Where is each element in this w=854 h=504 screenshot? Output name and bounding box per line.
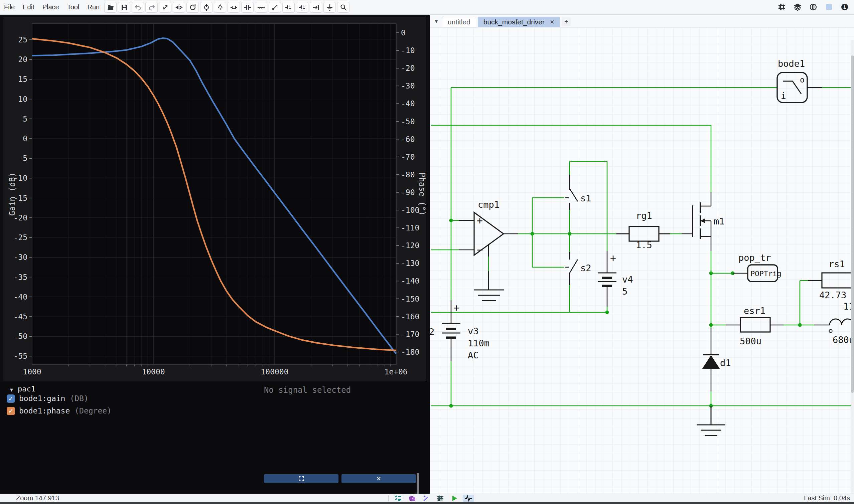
capacitor-icon[interactable]	[241, 2, 254, 13]
label-pop-tr-text[interactable]: POPTrig	[750, 270, 782, 278]
label-bode1-ref[interactable]: bode1	[778, 58, 805, 69]
signal-label: bode1:gain (DB)	[19, 394, 89, 403]
probe-icon[interactable]	[337, 2, 350, 13]
inductor-l1[interactable]	[814, 319, 854, 332]
label-cmp1-ref[interactable]: cmp1	[478, 199, 499, 210]
settings-sliders-icon[interactable]	[435, 494, 446, 502]
nmos-m1[interactable]	[681, 192, 711, 251]
waveform-icon[interactable]	[463, 494, 474, 502]
menu-file[interactable]: File	[0, 0, 19, 14]
label-rs1-ref[interactable]: rs1	[829, 259, 845, 269]
label-cmp1-minus[interactable]: −	[477, 244, 483, 255]
tab-untitled[interactable]: untitled	[442, 17, 476, 27]
undo-icon[interactable]	[132, 2, 144, 13]
label-v3-value[interactable]: 110m	[468, 338, 490, 348]
chip-icon[interactable]	[776, 2, 788, 12]
label-s2-ref[interactable]: s2	[580, 263, 591, 273]
open-folder-icon[interactable]	[104, 2, 117, 13]
component-box-icon[interactable]	[228, 2, 240, 13]
label-v4-plus[interactable]: +	[610, 252, 616, 264]
menu-place[interactable]: Place	[38, 0, 63, 14]
label-esr1-value[interactable]: 500u	[740, 336, 762, 346]
signal-row-phase[interactable]: ✓ bode1:phase (Degree)	[7, 407, 112, 415]
label-rs1-value[interactable]: 42.73	[819, 290, 846, 300]
label-d1-ref[interactable]: d1	[720, 358, 731, 368]
tab-buck-mosfet-driver[interactable]: buck_mosfet_driver ×	[478, 17, 560, 27]
fullscreen-icon	[298, 475, 305, 482]
resistor-esr1[interactable]	[726, 318, 783, 332]
inductor-icon[interactable]	[255, 2, 267, 13]
svg-text:15: 15	[18, 75, 28, 84]
save-icon[interactable]	[118, 2, 130, 13]
label-s1-ref[interactable]: s1	[580, 193, 591, 203]
ground-main[interactable]	[697, 406, 725, 435]
menu-edit[interactable]: Edit	[19, 0, 38, 14]
svg-text:1000: 1000	[23, 367, 41, 376]
plot-area	[32, 24, 396, 364]
label-esr1-ref[interactable]: esr1	[744, 306, 765, 316]
diode-d1[interactable]	[703, 328, 719, 392]
schematic-scrollbar-thumb[interactable]	[851, 55, 854, 393]
schematic-scrollbar-track[interactable]	[851, 40, 854, 504]
svg-text:0: 0	[23, 134, 28, 143]
collapse-arrow-icon[interactable]: ▼	[10, 387, 13, 393]
magic-wand-icon[interactable]	[421, 494, 432, 502]
label-bode1-o[interactable]: o	[800, 75, 804, 84]
web-icon[interactable]	[807, 2, 819, 12]
label-m1-ref[interactable]: m1	[714, 216, 725, 227]
menu-tool[interactable]: Tool	[63, 0, 84, 14]
run-play-icon[interactable]	[449, 494, 460, 502]
checklist-icon[interactable]	[393, 494, 404, 502]
svg-text:-170: -170	[401, 330, 419, 339]
label-rg1-ref[interactable]: rg1	[636, 211, 652, 221]
gain-checkbox[interactable]: ✓	[7, 394, 15, 403]
svg-text:25: 25	[18, 35, 28, 44]
label-v4-ref[interactable]: v4	[622, 274, 633, 285]
svg-text:100000: 100000	[261, 367, 288, 376]
label-v3-net[interactable]: 2	[430, 327, 434, 337]
label-rg1-value[interactable]: 1.5	[636, 240, 652, 250]
layers-icon[interactable]	[791, 2, 803, 12]
close-plot-button[interactable]: ×	[341, 474, 416, 483]
svg-text:-160: -160	[401, 312, 419, 321]
info-icon[interactable]: i	[838, 2, 851, 12]
current-probe-icon[interactable]	[310, 2, 322, 13]
fit-view-icon[interactable]	[159, 2, 172, 13]
signal-label: bode1:phase (Degree)	[19, 407, 112, 415]
label-pop-tr-ref[interactable]: pop_tr	[739, 252, 771, 263]
fullscreen-button[interactable]	[264, 474, 338, 483]
phase-checkbox[interactable]: ✓	[7, 407, 15, 415]
resistor-rs1[interactable]	[808, 273, 854, 288]
pmos-icon[interactable]	[296, 2, 308, 13]
net-port-icon[interactable]	[214, 2, 226, 13]
new-tab-button[interactable]: +	[562, 17, 571, 26]
nmos-icon[interactable]	[282, 2, 295, 13]
comparator-cmp1[interactable]	[459, 212, 518, 290]
label-v4-value[interactable]: 5	[622, 286, 627, 296]
schematic-canvas[interactable]: cmp1+−s1s2rg11.5v45+2v3110mAC+m1pop_trPO…	[430, 28, 854, 494]
ground-icon[interactable]	[323, 2, 336, 13]
menu-run[interactable]: Run	[83, 0, 104, 14]
label-cmp1-plus[interactable]: +	[477, 215, 483, 227]
label-v3-ac[interactable]: AC	[468, 350, 479, 360]
label-v3-plus[interactable]: +	[453, 302, 459, 313]
ground-cmp1[interactable]	[474, 290, 504, 301]
random-dice-icon[interactable]	[407, 494, 418, 502]
label-bode1-i[interactable]: i	[781, 91, 786, 101]
mirror-icon[interactable]	[173, 2, 185, 13]
theme-swatch-icon[interactable]	[823, 2, 835, 12]
label-v3-ref[interactable]: v3	[468, 326, 479, 336]
tab-list-dropdown[interactable]: ▼	[431, 16, 441, 26]
voltage-source-icon[interactable]	[200, 2, 213, 13]
signal-group-pac1[interactable]: ▼pac1	[10, 385, 35, 393]
redo-icon[interactable]	[145, 2, 158, 13]
rotate-icon[interactable]	[186, 2, 199, 13]
resistor-rg1[interactable]	[617, 227, 670, 241]
bode-plot[interactable]: 2520151050-5-10-15-20-25-30-35-40-45-50-…	[3, 17, 426, 381]
wire-probe-icon[interactable]	[269, 2, 281, 13]
switch-s1[interactable]	[565, 175, 578, 210]
tab-close-icon[interactable]: ×	[550, 18, 554, 26]
svg-text:i: i	[843, 4, 846, 10]
switch-s2[interactable]	[565, 252, 578, 285]
signal-row-gain[interactable]: ✓ bode1:gain (DB)	[7, 394, 89, 403]
